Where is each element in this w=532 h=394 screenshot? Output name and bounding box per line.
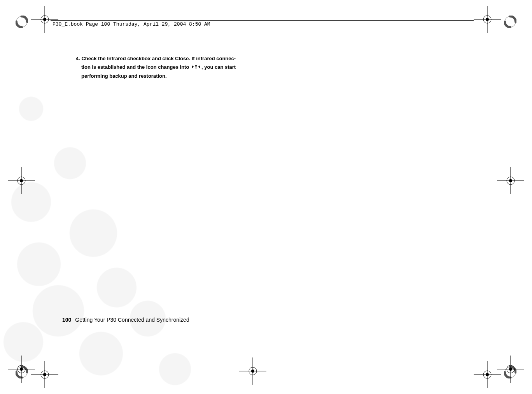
registration-spiral-icon (504, 16, 516, 28)
infrared-sync-icon (191, 63, 201, 72)
frame-tick (39, 371, 39, 390)
crop-mark-icon (31, 361, 58, 388)
step-line-3: performing backup and restoration. (76, 72, 255, 80)
crop-mark-icon (239, 357, 266, 386)
step-line-2: tion is established and the icon changes… (76, 63, 255, 72)
crop-mark-icon (497, 167, 524, 196)
crop-mark-icon (8, 167, 35, 196)
instruction-step: 4. Check the Infrared checkbox and click… (76, 54, 255, 80)
crop-mark-icon (497, 356, 524, 384)
running-head: P30_E.book Page 100 Thursday, April 29, … (52, 21, 210, 27)
step-line-2-before: tion is established and the icon changes… (81, 64, 191, 70)
page-footer: 100 Getting Your P30 Connected and Synch… (62, 317, 189, 323)
registration-spiral-icon (16, 16, 28, 28)
section-title: Getting Your P30 Connected and Synchroni… (75, 317, 189, 323)
frame-tick (493, 4, 493, 23)
step-line-1: 4. Check the Infrared checkbox and click… (76, 54, 255, 63)
crop-mark-icon (31, 6, 58, 33)
crop-mark-icon (8, 356, 35, 384)
step-line-2-after: , you can start (201, 64, 236, 70)
page-number: 100 (62, 317, 71, 323)
frame-tick (39, 4, 39, 23)
header-rule (51, 20, 474, 21)
crop-mark-icon (474, 6, 501, 33)
frame-tick (493, 371, 493, 390)
